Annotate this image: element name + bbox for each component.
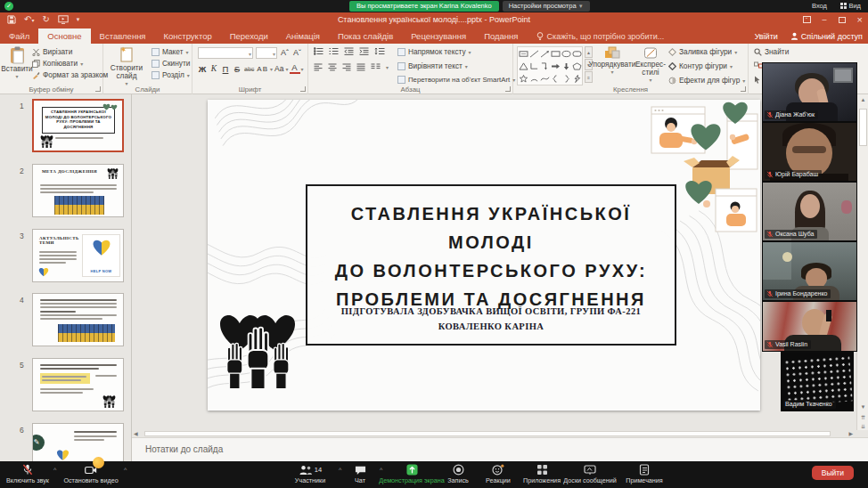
tab-slideshow[interactable]: Показ слайдів bbox=[329, 28, 402, 44]
new-slide-button[interactable]: Створити слайд▾ bbox=[105, 46, 148, 87]
undo-button[interactable]: ↶▾ bbox=[24, 14, 34, 24]
redo-button[interactable]: ↻ bbox=[42, 14, 49, 24]
bold-button[interactable]: Ж bbox=[197, 64, 208, 74]
shape-oval-icon[interactable] bbox=[561, 47, 571, 60]
shape-textbox-icon[interactable] bbox=[518, 47, 528, 60]
whiteboards-button[interactable]: Доски сообщений bbox=[560, 464, 620, 484]
find-button[interactable]: Знайти bbox=[754, 47, 789, 56]
justify-icon[interactable] bbox=[356, 63, 365, 71]
restore-button[interactable] bbox=[839, 17, 846, 23]
tab-transitions[interactable]: Переходи bbox=[221, 28, 277, 44]
shape-rounded-rectangle-icon[interactable] bbox=[571, 47, 582, 60]
quick-styles-button[interactable]: Експрес-стилі▾ bbox=[635, 46, 667, 84]
align-right-icon[interactable] bbox=[342, 63, 351, 71]
shape-left-brace-icon[interactable] bbox=[550, 72, 561, 85]
vertical-scrollbar[interactable]: ▲ ▼ ⇈ ⇊ bbox=[856, 94, 868, 430]
chat-button[interactable]: Чат bbox=[342, 464, 378, 484]
shape-outline-button[interactable]: Контур фігури▾ bbox=[668, 61, 733, 70]
sign-in-button[interactable]: Увійти bbox=[755, 32, 778, 41]
cut-button[interactable]: Вирізати bbox=[32, 47, 72, 56]
decrease-indent-icon[interactable] bbox=[344, 47, 354, 55]
shrink-font-button[interactable]: Аˇ bbox=[293, 48, 301, 57]
annotations-button[interactable]: Примечания bbox=[617, 464, 672, 484]
numbering-icon[interactable] bbox=[329, 47, 339, 55]
video-options-chevron[interactable]: ^ bbox=[124, 467, 127, 473]
clipboard-dialog-launcher-icon[interactable] bbox=[95, 86, 101, 92]
shape-arrow-right-icon[interactable] bbox=[550, 60, 561, 72]
shape-triangle-icon[interactable] bbox=[518, 60, 528, 72]
shape-arc-icon[interactable] bbox=[528, 72, 539, 85]
participant-video-1[interactable]: Діана Жаб'юк bbox=[762, 62, 857, 122]
customize-qat-button[interactable]: ▾ bbox=[77, 16, 80, 23]
arrange-button[interactable]: Упорядкувати▾ bbox=[592, 46, 633, 76]
shape-arrow-icon[interactable] bbox=[539, 47, 550, 60]
strikethrough-button[interactable]: S bbox=[232, 64, 242, 74]
columns-icon[interactable] bbox=[371, 63, 381, 71]
scroll-right-icon[interactable]: ▶ bbox=[848, 430, 853, 437]
align-left-icon[interactable] bbox=[314, 63, 323, 71]
participant-video-6[interactable]: Вадим Ткаченко bbox=[781, 352, 854, 411]
shape-fill-button[interactable]: Заливка фігури▾ bbox=[668, 47, 737, 56]
bullets-icon[interactable] bbox=[314, 47, 323, 55]
shapes-gallery[interactable]: ▲ ▼ ≡ bbox=[517, 46, 593, 85]
section-button[interactable]: Розділ▾ bbox=[151, 70, 190, 79]
leave-button[interactable]: Выйти bbox=[812, 466, 854, 480]
copy-button[interactable]: Копіювати▾ bbox=[32, 59, 83, 68]
scroll-left-icon[interactable]: ◀ bbox=[134, 430, 138, 437]
italic-button[interactable]: К bbox=[209, 64, 219, 73]
slide-thumbnail-1[interactable]: СТАВЛЕННЯ УКРАЇНСЬКОЇ МОЛОДІ ДО ВОЛОНТЕР… bbox=[32, 99, 124, 152]
paste-button[interactable]: Вставити▾ bbox=[4, 46, 30, 80]
shape-rectangle-icon[interactable] bbox=[550, 47, 561, 60]
font-size-combo[interactable]: ▾ bbox=[256, 47, 277, 59]
horizontal-scrollbar[interactable]: ◀ ▶ bbox=[132, 430, 856, 437]
minimize-button[interactable]: – bbox=[823, 14, 827, 25]
underline-button[interactable]: П bbox=[220, 64, 231, 74]
shape-effects-button[interactable]: Ефекти для фігур▾ bbox=[668, 76, 745, 85]
view-options-button[interactable]: Настройки просмотра ▼ bbox=[503, 1, 590, 12]
slide-thumbnail-4[interactable] bbox=[32, 293, 124, 346]
align-center-icon[interactable] bbox=[328, 63, 337, 71]
shape-elbow-arrow-icon[interactable] bbox=[539, 60, 550, 72]
zoom-security-shield-icon[interactable]: ✓ bbox=[4, 2, 13, 11]
slide-canvas[interactable]: СТАВЛЕННЯ УКРАЇНСЬКОЇ МОЛОДІ ДО ВОЛОНТЕР… bbox=[208, 100, 760, 411]
tab-insert[interactable]: Вставлення bbox=[91, 28, 155, 44]
participant-video-3[interactable]: Оксана Шуба bbox=[762, 182, 857, 241]
slide-thumbnail-6[interactable]: ✎ bbox=[32, 423, 124, 461]
tab-file[interactable]: Файл bbox=[0, 28, 38, 44]
shape-line-icon[interactable] bbox=[528, 47, 539, 60]
reset-button[interactable]: Скинути bbox=[151, 59, 190, 68]
record-button[interactable]: Запись bbox=[438, 464, 478, 484]
start-slideshow-button[interactable] bbox=[58, 15, 69, 24]
participants-button[interactable]: 14 Участники bbox=[283, 464, 337, 484]
scroll-down-icon[interactable]: ▼ bbox=[858, 403, 868, 411]
grow-font-button[interactable]: Аˆ bbox=[281, 48, 289, 57]
zoom-login-button[interactable]: Вход bbox=[812, 2, 827, 10]
tab-home[interactable]: Основне bbox=[38, 28, 90, 44]
share-button[interactable]: Спільний доступ bbox=[790, 32, 863, 41]
reactions-button[interactable]: Реакции bbox=[479, 464, 518, 484]
tell-me-box[interactable]: Скажіть, що потрібно зробити... bbox=[536, 28, 665, 44]
mic-options-chevron[interactable]: ^ bbox=[53, 467, 56, 473]
shape-curve-icon[interactable] bbox=[539, 72, 550, 85]
shape-pentagon-icon[interactable] bbox=[571, 60, 582, 72]
change-case-button[interactable]: Аа bbox=[274, 64, 285, 73]
tab-design[interactable]: Конструктор bbox=[155, 28, 221, 44]
font-dialog-launcher-icon[interactable] bbox=[300, 86, 306, 92]
text-direction-button[interactable]: Напрямок тексту▾ bbox=[397, 47, 471, 56]
previous-slide-button[interactable]: ⇈ bbox=[858, 413, 868, 422]
line-spacing-icon[interactable] bbox=[374, 47, 385, 55]
shape-arrow-down-icon[interactable] bbox=[561, 60, 571, 72]
ribbon-display-options-button[interactable]: ˇ bbox=[803, 16, 811, 23]
close-button[interactable]: × bbox=[857, 14, 863, 25]
increase-indent-icon[interactable] bbox=[359, 47, 369, 55]
unmute-button[interactable]: Включить звук bbox=[2, 464, 53, 484]
slide-thumbnail-5[interactable] bbox=[32, 358, 124, 411]
participant-video-5[interactable]: Vasil Raslin bbox=[762, 301, 857, 352]
save-button[interactable] bbox=[7, 15, 16, 24]
font-name-combo[interactable]: ▾ bbox=[198, 47, 253, 59]
paragraph-dialog-launcher-icon[interactable] bbox=[505, 86, 511, 92]
select-button[interactable] bbox=[754, 76, 761, 84]
participant-video-2[interactable]: Юрій Барабаш bbox=[762, 122, 857, 182]
apps-button[interactable]: Приложения bbox=[519, 464, 565, 484]
title-text-box[interactable]: СТАВЛЕННЯ УКРАЇНСЬКОЇ МОЛОДІ ДО ВОЛОНТЕР… bbox=[306, 184, 676, 346]
